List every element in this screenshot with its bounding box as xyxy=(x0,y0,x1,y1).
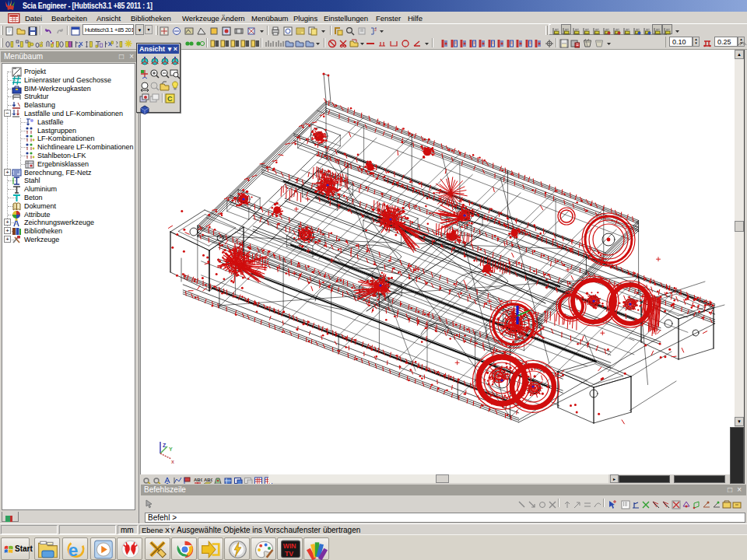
svg-text:ABC: ABC xyxy=(194,478,202,482)
svg-text:WIN: WIN xyxy=(283,542,296,550)
svg-text:ABC: ABC xyxy=(204,478,212,482)
svg-text:3: 3 xyxy=(374,27,377,32)
svg-text:e: e xyxy=(68,540,79,560)
svg-text:Y: Y xyxy=(169,446,173,452)
svg-text:Z: Z xyxy=(163,443,167,448)
svg-text:x: x xyxy=(171,459,174,464)
svg-text:TV: TV xyxy=(285,550,293,558)
svg-text:C: C xyxy=(167,95,173,103)
